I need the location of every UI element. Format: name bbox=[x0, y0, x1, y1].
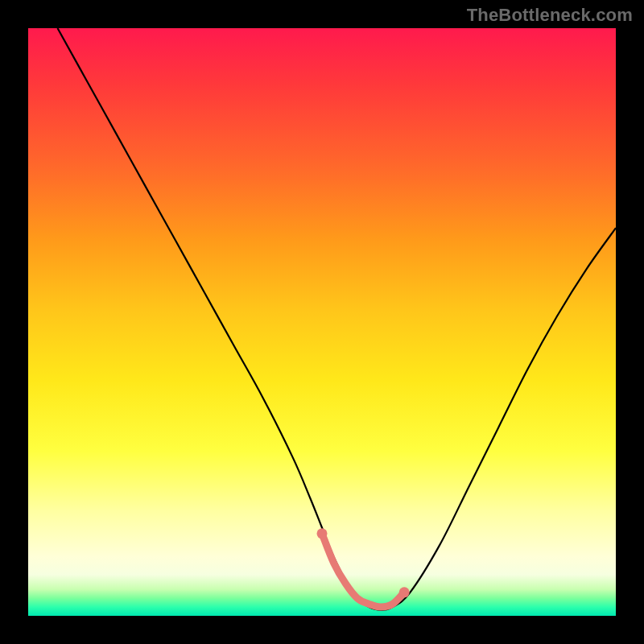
highlight-segment bbox=[322, 534, 404, 607]
chart-curve-layer bbox=[28, 28, 616, 616]
watermark-text: TheBottleneck.com bbox=[467, 5, 633, 26]
highlight-endpoint bbox=[399, 587, 410, 597]
chart-frame: TheBottleneck.com bbox=[0, 0, 644, 644]
highlight-endpoint bbox=[317, 528, 328, 539]
bottleneck-curve bbox=[58, 28, 617, 610]
